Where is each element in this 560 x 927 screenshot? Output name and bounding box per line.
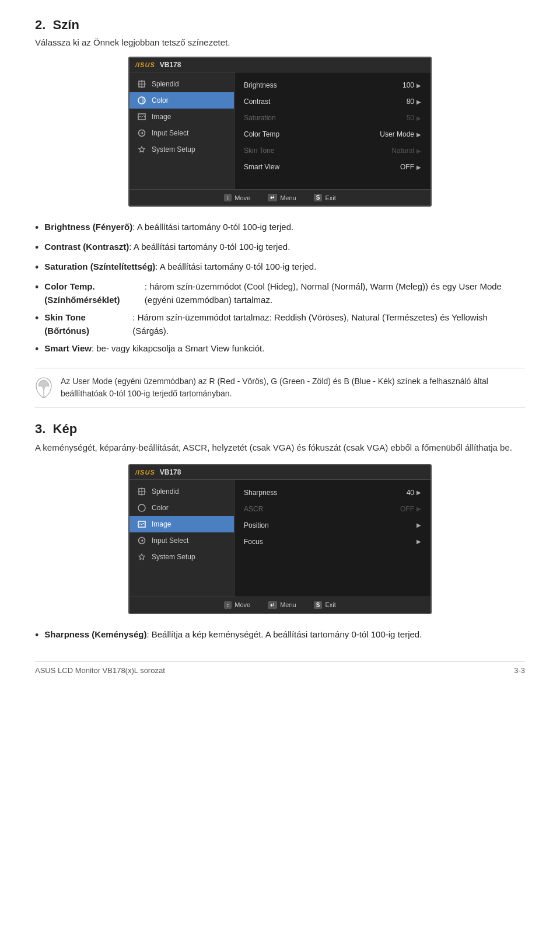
osd-menu-splendid-2[interactable]: Splendid (130, 483, 234, 500)
position-arrow: ▶ (416, 522, 421, 528)
bullet-smartview: Smart View: be- vagy kikapcsolja a Smart… (35, 342, 525, 357)
osd-menu-system-1[interactable]: System Setup (130, 141, 234, 158)
menu-icon-1: ↵ (268, 194, 277, 201)
osd-menu-image-label-2: Image (152, 520, 171, 528)
menu-label-1: Menu (280, 194, 296, 201)
section-3-intro: A keménységét, képarány-beállítását, ASC… (35, 441, 525, 455)
osd-colortemp-label: Color Temp (244, 130, 374, 138)
section-3: 3. Kép A keménységét, képarány-beállítás… (35, 421, 525, 643)
osd-footer-move-2: ↕ Move (224, 601, 250, 609)
osd-menu-input-2[interactable]: Input Select (130, 532, 234, 549)
osd-contrast-label: Contrast (244, 97, 374, 106)
osd-footer-move-1: ↕ Move (224, 194, 250, 201)
osd-menu-color-1[interactable]: Color (130, 92, 234, 109)
footer-right: 3-3 (514, 666, 525, 675)
osd-menu-input-1[interactable]: Input Select (130, 125, 234, 141)
osd-skintone-label: Skin Tone (244, 147, 374, 155)
osd-monitor-2: /ISUS VB178 Splendid Color (128, 464, 432, 614)
bullet-sharpness-bold: Sharpness (Keménység) (44, 628, 146, 642)
section-3-title: 3. Kép (35, 421, 525, 437)
smartview-arrow: ▶ (416, 164, 421, 170)
osd-row-skintone: Skin Tone Natural ▶ (235, 142, 430, 159)
bullet-brightness-text: : A beállítási tartomány 0-tól 100-ig te… (132, 221, 293, 234)
osd-menu-image-label-1: Image (152, 113, 171, 121)
bullet-smartview-bold: Smart View (44, 342, 92, 356)
osd-ascr-value: OFF ▶ (374, 505, 421, 513)
osd-row-contrast: Contrast 80 ▶ (235, 93, 430, 110)
osd-content-2: Sharpness 40 ▶ ASCR OFF ▶ Position (235, 480, 430, 597)
saturation-arrow: ▶ (416, 115, 421, 121)
osd-footer-2: ↕ Move ↵ Menu S Exit (130, 597, 430, 613)
bullet-colortemp-text: : három szín-üzemmódot (Cool (Hideg), No… (145, 280, 525, 306)
osd-menu-system-2[interactable]: System Setup (130, 549, 234, 565)
image-icon-1 (136, 113, 147, 121)
bullet-sharpness-text: : Beállítja a kép keménységét. A beállít… (146, 628, 422, 642)
osd-body-1: Splendid Color Image (130, 72, 430, 189)
color-icon-1 (136, 96, 147, 104)
osd-menu-image-2[interactable]: Image (130, 516, 234, 532)
bullet-smartview-text: : be- vagy kikapcsolja a Smart View funk… (92, 342, 265, 356)
osd-menu-input-label-1: Input Select (152, 129, 188, 137)
osd-brightness-value: 100 ▶ (374, 81, 421, 89)
osd-sharpness-value: 40 ▶ (374, 489, 421, 497)
osd-menu-color-label-1: Color (152, 96, 169, 104)
osd-menu-input-label-2: Input Select (152, 536, 188, 545)
bullet-saturation-bold: Saturation (Színtelítettség) (44, 260, 155, 274)
osd-menu-splendid-label-1: Splendid (152, 80, 179, 88)
system-icon-1 (136, 145, 147, 154)
osd-ascr-label: ASCR (244, 505, 374, 513)
image-icon-2 (136, 520, 147, 528)
osd-logo-2: /ISUS (135, 469, 155, 476)
osd-menu-splendid-1[interactable]: Splendid (130, 76, 234, 92)
exit-label-1: Exit (325, 194, 335, 201)
bullet-contrast-text: : A beállítási tartomány 0-tól 100-ig te… (129, 241, 290, 254)
osd-footer-menu-2: ↵ Menu (268, 601, 296, 609)
osd-menu-system-label-2: System Setup (152, 553, 195, 561)
bullet-skintone-text: : Három szín-üzemmódot tartalmaz: Reddis… (132, 311, 525, 337)
contrast-arrow: ▶ (416, 99, 421, 105)
osd-row-position: Position ▶ (235, 517, 430, 534)
osd-footer-exit-2: S Exit (314, 601, 336, 609)
bullet-saturation-text: : A beállítási tartomány 0-tól 100-ig te… (155, 260, 316, 274)
osd-smartview-value: OFF ▶ (374, 163, 421, 171)
section-2-title: 2. Szín (35, 18, 525, 33)
osd-content-1: Brightness 100 ▶ Contrast 80 ▶ Saturatio… (235, 72, 430, 189)
osd-logo-1: /ISUS (135, 61, 155, 68)
section-2-intro: Válassza ki az Önnek legjobban tetsző sz… (35, 37, 525, 47)
note-box: Az User Mode (egyéni üzemmódban) az R (R… (35, 368, 525, 407)
osd-menu-image-1[interactable]: Image (130, 109, 234, 125)
exit-icon-1: S (314, 194, 323, 201)
menu-icon-2: ↵ (268, 601, 277, 609)
osd-titlebar-2: /ISUS VB178 (130, 465, 430, 480)
osd-row-focus: Focus ▶ (235, 534, 430, 550)
sharpness-arrow: ▶ (416, 489, 421, 496)
osd-menu-color-2[interactable]: Color (130, 500, 234, 516)
osd-footer-exit-1: S Exit (314, 194, 336, 201)
section-2: 2. Szín Válassza ki az Önnek legjobban t… (35, 18, 525, 407)
osd-row-smartview: Smart View OFF ▶ (235, 159, 430, 175)
osd-menu-1: Splendid Color Image (130, 72, 235, 189)
splendid-icon-1 (136, 80, 147, 88)
osd-menu-color-label-2: Color (152, 504, 169, 512)
osd-titlebar-1: /ISUS VB178 (130, 58, 430, 72)
osd-focus-label: Focus (244, 538, 374, 546)
osd-skintone-value: Natural ▶ (374, 147, 421, 155)
osd-position-value: ▶ (374, 522, 421, 528)
colortemp-arrow: ▶ (416, 131, 421, 138)
move-icon-1: ↕ (224, 194, 232, 201)
osd-monitor-1: /ISUS VB178 Splendid Color (128, 57, 432, 207)
input-icon-2 (136, 536, 147, 545)
bullet-brightness: Brightness (Fényerő): A beállítási tarto… (35, 221, 525, 236)
osd-menu-splendid-label-2: Splendid (152, 487, 179, 496)
move-label-1: Move (235, 194, 250, 201)
exit-label-2: Exit (325, 601, 335, 608)
menu-label-2: Menu (280, 601, 296, 608)
osd-saturation-value: 50 ▶ (374, 114, 421, 122)
osd-saturation-label: Saturation (244, 114, 374, 122)
bullet-colortemp: Color Temp. (Színhőmérséklet): három szí… (35, 280, 525, 306)
osd-row-colortemp: Color Temp User Mode ▶ (235, 126, 430, 142)
osd-model-1: VB178 (160, 61, 181, 69)
bullet-sharpness: Sharpness (Keménység): Beállítja a kép k… (35, 628, 525, 643)
note-text: Az User Mode (egyéni üzemmódban) az R (R… (61, 375, 525, 400)
bullet-brightness-bold: Brightness (Fényerő) (44, 221, 132, 234)
